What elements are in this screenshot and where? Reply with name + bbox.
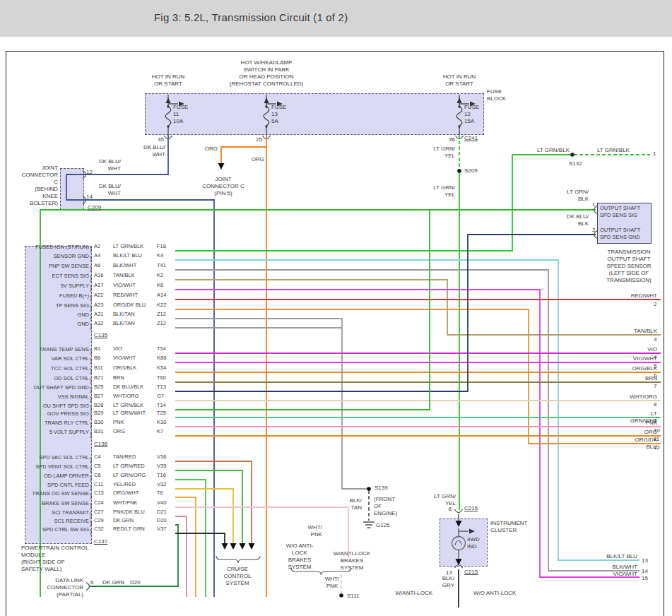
- pcm-bracket-A2: ): [90, 246, 92, 253]
- conn-c135: C135: [94, 332, 107, 339]
- pcm-signal-A16: ECT SENS SIG: [52, 273, 89, 280]
- pin-sens-2: 2: [592, 227, 595, 234]
- pin-2-r: 2: [654, 301, 656, 308]
- pcm-bracket-B6: ): [90, 357, 92, 365]
- connector-arc: [455, 565, 463, 569]
- pcm-pin-B29: B29: [94, 410, 103, 417]
- wire-b25-dk-blu-blk: [175, 235, 596, 391]
- pcm-pin-C27: C27: [94, 509, 104, 516]
- wire-a16-tan-blk: [175, 280, 661, 335]
- label-wo-abs: W/O ANTI- LOCK BRAKES SYSTEM: [286, 543, 314, 571]
- pcm-pin-B6: B6: [94, 355, 100, 362]
- label-instrument-cluster: INSTRUMENT CLUSTER: [490, 520, 527, 534]
- pcm-signal-B21: OD SOL CTRL: [54, 375, 89, 382]
- pcm-bracket-B11: ): [90, 367, 92, 374]
- pcm-pin-B11: B11: [94, 365, 103, 372]
- wire-label-whtpnk-1: WHT/ PNK: [308, 524, 322, 538]
- pcm-circuit-B31: K7: [157, 428, 163, 435]
- fuse-icon: [165, 107, 171, 126]
- pcm-signal-C29: SC1 RECEIVE: [54, 518, 89, 525]
- wire-label-pnk-r: PNK: [646, 420, 657, 427]
- pcm-pin-A32: A32: [94, 320, 103, 327]
- label-cruise: CRUISE CONTROL SYSTEM: [223, 566, 251, 587]
- conn-c215-top: C215: [464, 505, 478, 512]
- pcm-wire-A6: BLK/WHT: [113, 262, 136, 269]
- arrow-down-icon: [218, 163, 225, 170]
- wire-c29-dk-grn: [89, 525, 178, 586]
- pcm-bracket-A4: ): [90, 255, 92, 262]
- arrow-down-icon: [249, 543, 255, 550]
- pcm-wire-B11: ORG/BLK: [113, 365, 136, 372]
- pin-14: 14: [86, 194, 93, 201]
- label-fuse-12: FUSE 12 15A: [464, 104, 479, 125]
- pcm-signal-A6: PNP SW SENSE: [49, 263, 89, 270]
- pcm-bracket-B21: ): [90, 377, 92, 384]
- pcm-bracket-C32: ): [90, 528, 92, 535]
- pcm-circuit-A31: Z12: [157, 311, 166, 318]
- pin-6-dlc: 6: [90, 579, 93, 586]
- wire-label-org-1: ORG: [205, 146, 218, 153]
- wire-label-vio-r: VIO: [647, 346, 657, 353]
- pin-8-r: 8: [654, 401, 656, 408]
- wire-label-ltgrnblk-sens: LT GRN/ BLK: [567, 189, 589, 203]
- pcm-bracket-B31: ): [90, 431, 92, 438]
- connector-arc: [455, 509, 463, 513]
- pcm-circuit-C29: D20: [157, 517, 167, 524]
- pcm-pin-C4: C4: [94, 454, 101, 461]
- pcm-wire-A17: VIO/WHT: [113, 282, 136, 289]
- pcm-wire-B6: VIO/WHT: [113, 355, 136, 362]
- pcm-bracket-C24: ): [90, 502, 92, 509]
- wire-label-whtorg-r: WHT/ORG: [630, 393, 657, 401]
- pcm-bracket-A22: ): [90, 295, 92, 302]
- pcm-pin-B25: B25: [94, 384, 103, 391]
- pcm-circuit-A2: F18: [157, 243, 166, 250]
- pcm-signal-C32: SPD CTRL SW SIG: [42, 526, 89, 533]
- pcm-circuit-A16: K2: [157, 272, 163, 279]
- wire-label-ltgrnyel-1: LT GRN/ YEL: [433, 146, 455, 160]
- wire-c32-red-lt-grn: [175, 533, 225, 547]
- pcm-circuit-A23: K22: [157, 302, 166, 309]
- pcm-wire-C4: TAN/RED: [113, 454, 136, 461]
- pcm-bracket-A23: ): [90, 304, 92, 312]
- wiring-diagram: Fig 3: 5.2L, Transmission Circuit (1 of …: [0, 0, 672, 616]
- pcm-signal-A2: FUSED IGN (ST/RUN): [35, 244, 89, 251]
- pin-15-r: 15: [642, 575, 648, 582]
- splice-dot: [457, 169, 461, 173]
- pcm-bracket-A16: ): [90, 275, 92, 282]
- pcm-circuit-C32: V37: [157, 526, 166, 533]
- pcm-signal-B25: OUT SHAFT SPD GND: [34, 384, 89, 391]
- splice-dot: [339, 593, 343, 598]
- pcm-signal-C13: TRANS OD SW SENSE: [33, 490, 89, 497]
- splice-s132-label: S132: [569, 160, 582, 167]
- wire-label-viowht-r: VIO/WHT: [633, 355, 657, 362]
- pcm-pin-A6: A6: [94, 262, 100, 269]
- wire-label-ltgrnyel-3: LT GRN/ YEL: [434, 493, 456, 507]
- wire-c5-lt-grn-red: [175, 470, 242, 547]
- pcm-bracket-C13: ): [90, 492, 92, 499]
- pcm-circuit-C24: V40: [157, 499, 166, 507]
- label-joint-connector-pin5: JOINT CONNECTOR C (PIN 5): [202, 176, 244, 197]
- pcm-circuit-B21: T60: [157, 374, 166, 381]
- pcm-bracket-C6: ): [90, 475, 92, 482]
- pcm-bracket-B30: ): [90, 422, 92, 429]
- splice-s139-label: S139: [375, 485, 388, 492]
- label-wo-antilock: W/O ANTI-LOCK: [473, 590, 516, 597]
- wire-label-blkltblu-r: BLK/LT BLU: [606, 553, 637, 560]
- brace: [216, 556, 260, 563]
- conn-c209: C209: [88, 204, 101, 211]
- pcm-bracket-C27: ): [90, 511, 92, 519]
- wire-label-ltgrnyel-2: LT GRN/ YEL: [433, 184, 455, 199]
- pcm-bracket-A6: ): [90, 265, 92, 272]
- pin-3-r: 3: [654, 336, 656, 343]
- pcm-wire-B1: VIO: [113, 345, 122, 353]
- pcm-signal-B27: VSS SIGNAL: [57, 393, 89, 401]
- pcm-pin-A31: A31: [94, 311, 103, 318]
- wire-label-dkbluwht-2: DK BLU/ WHT: [99, 158, 121, 172]
- pcm-signal-C5: SPD VENT SOL CTRL: [35, 463, 89, 470]
- pcm-signal-B28: OU SHFT SPD SIG: [43, 403, 89, 410]
- wire-label-dkgrn: DK GRN: [102, 579, 124, 586]
- pcm-signal-A23: TP SENS SIG: [56, 302, 89, 309]
- wire-a6-blk-wht: [175, 270, 639, 571]
- wire-label-dkbluwht-3: DK BLU/ WHT: [99, 183, 121, 197]
- pcm-circuit-B25: T13: [157, 384, 166, 391]
